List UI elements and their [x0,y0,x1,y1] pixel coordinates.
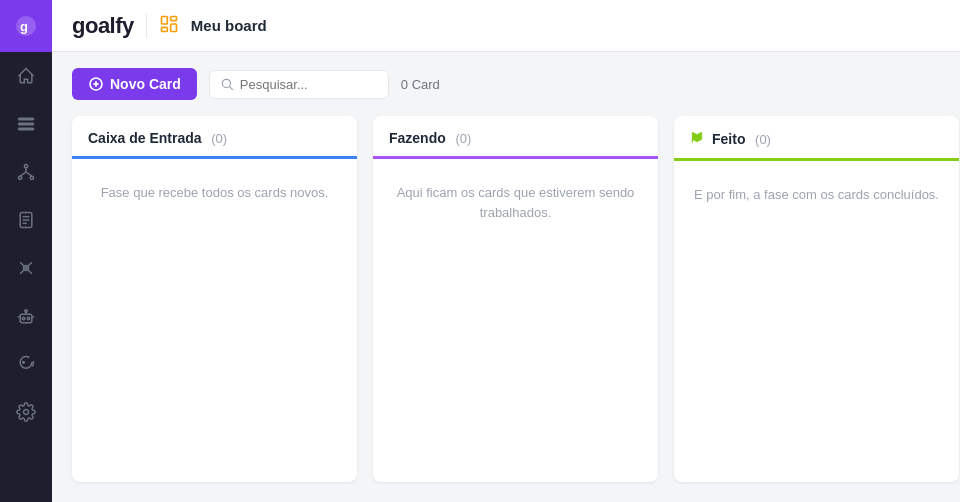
column-body: Aqui ficam os cards que estiverem sendo … [373,159,658,482]
card-count: 0 Card [401,77,440,92]
svg-text:g: g [20,19,28,34]
toolbar: Novo Card 0 Card [52,52,960,116]
column-header: Feito (0) [674,116,959,148]
sidebar-item-home[interactable] [0,52,52,100]
svg-point-6 [19,176,22,179]
new-card-button[interactable]: Novo Card [72,68,197,100]
sidebar-logo[interactable]: g [0,0,52,52]
column-count: (0) [452,131,472,146]
search-box[interactable] [209,70,389,99]
flag-icon [690,130,704,148]
svg-line-9 [20,172,26,176]
svg-point-20 [27,317,30,320]
svg-point-21 [25,310,28,313]
column-title: Fazendo [389,130,446,146]
svg-point-25 [24,410,29,415]
svg-point-5 [24,165,27,168]
sidebar-item-hierarchy[interactable] [0,148,52,196]
column-title: Caixa de Entrada [88,130,202,146]
header-divider [146,14,147,38]
sidebar-item-list[interactable] [0,100,52,148]
column-body: E por fim, a fase com os cards concluído… [674,161,959,482]
svg-point-19 [22,317,25,320]
board-icon [159,14,179,38]
board: Caixa de Entrada (0) Fase que recebe tod… [52,116,960,502]
sidebar-item-piggy[interactable] [0,340,52,388]
sidebar-item-document[interactable] [0,196,52,244]
column-caixa-de-entrada: Caixa de Entrada (0) Fase que recebe tod… [72,116,357,482]
column-header: Caixa de Entrada (0) [72,116,357,146]
svg-rect-26 [161,16,167,24]
search-input[interactable] [240,77,378,92]
svg-rect-4 [19,128,34,130]
app-logo: goalfy [72,13,134,39]
svg-point-33 [222,79,230,87]
column-placeholder: Aqui ficam os cards que estiverem sendo … [389,183,642,222]
board-title: Meu board [191,17,267,34]
column-placeholder: Fase que recebe todos os cards novos. [101,183,329,203]
sidebar: g [0,0,52,502]
search-icon [220,77,234,91]
new-card-label: Novo Card [110,76,181,92]
sidebar-item-tools[interactable] [0,244,52,292]
column-count: (0) [208,131,228,146]
sidebar-item-robot[interactable] [0,292,52,340]
svg-rect-28 [170,24,176,32]
column-count: (0) [751,132,771,147]
column-placeholder: E por fim, a fase com os cards concluído… [694,185,939,205]
svg-rect-29 [161,27,167,31]
header: goalfy Meu board [52,0,960,52]
column-title: Feito [712,131,745,147]
column-body: Fase que recebe todos os cards novos. [72,159,357,482]
column-feito: Feito (0) E por fim, a fase com os cards… [674,116,959,482]
column-header: Fazendo (0) [373,116,658,146]
main-content: goalfy Meu board Novo Card [52,0,960,502]
svg-line-10 [26,172,32,176]
svg-rect-27 [170,16,176,20]
svg-rect-2 [19,118,34,120]
column-fazendo: Fazendo (0) Aqui ficam os cards que esti… [373,116,658,482]
svg-point-7 [30,176,33,179]
svg-rect-3 [19,123,34,125]
svg-point-24 [23,362,25,364]
sidebar-item-settings[interactable] [0,388,52,436]
svg-line-34 [229,87,232,90]
